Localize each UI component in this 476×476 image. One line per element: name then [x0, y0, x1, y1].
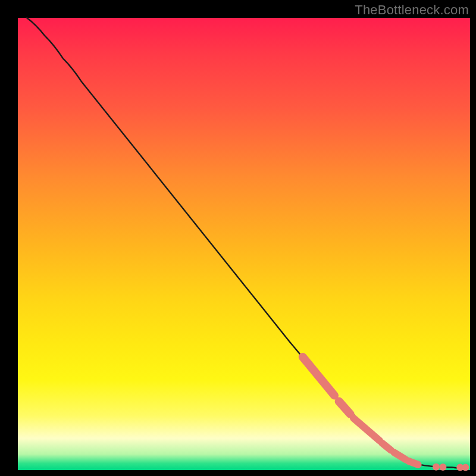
highlight-segment [339, 402, 350, 414]
highlight-markers [303, 357, 469, 471]
highlight-segment [394, 452, 406, 459]
highlight-segment [382, 443, 391, 450]
highlight-dot [462, 464, 469, 471]
watermark-text: TheBottleneck.com [355, 2, 469, 18]
highlight-segment [353, 418, 380, 441]
chart-stage: TheBottleneck.com [0, 0, 476, 476]
highlight-segment [303, 357, 334, 396]
chart-svg [18, 18, 470, 470]
data-curve [27, 18, 465, 468]
highlight-segment [409, 461, 418, 465]
highlight-dot [439, 464, 446, 471]
plot-area [18, 18, 470, 470]
highlight-dot [433, 464, 440, 471]
